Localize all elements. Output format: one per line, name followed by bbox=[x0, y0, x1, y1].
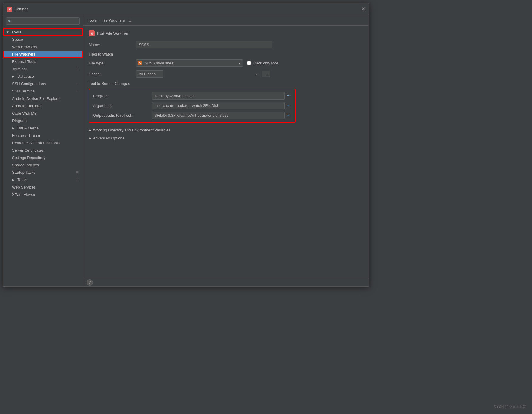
detail-pane: Tools › File Watchers ☰ ⚙ Edit File Watc… bbox=[83, 15, 369, 286]
scope-label: Scope: bbox=[89, 72, 136, 76]
main-content: ▼ Tools Space Web Browsers File Watchers… bbox=[3, 15, 369, 286]
sidebar-item-space[interactable]: Space bbox=[3, 36, 83, 43]
add-output-button[interactable]: + bbox=[285, 112, 291, 118]
file-type-select-container: Sc SCSS style sheet ▼ bbox=[136, 59, 243, 67]
sidebar-item-file-watchers[interactable]: File Watchers ☰ bbox=[3, 51, 83, 58]
sidebar-item-features-trainer[interactable]: Features Trainer bbox=[3, 132, 83, 139]
name-label: Name: bbox=[89, 43, 136, 47]
terminal-icon: ☰ bbox=[76, 67, 79, 71]
output-paths-row: Output paths to refresh: + bbox=[93, 112, 291, 119]
sidebar-item-server-certificates[interactable]: Server Certificates bbox=[3, 147, 83, 154]
ssh-terminal-icon: ☰ bbox=[76, 90, 79, 93]
arguments-row: Arguments: + bbox=[93, 102, 291, 109]
triangle-right-icon: ▶ bbox=[89, 137, 91, 140]
files-to-watch-title: Files to Watch bbox=[89, 52, 363, 56]
advanced-options-label: Advanced Options bbox=[93, 136, 124, 140]
name-row: Name: bbox=[89, 41, 363, 48]
sidebar-item-tools[interactable]: ▼ Tools bbox=[3, 28, 83, 36]
sidebar-item-label: Diff & Merge bbox=[17, 126, 39, 130]
sidebar-item-label: Android Device File Explorer bbox=[12, 96, 61, 101]
program-label: Program: bbox=[93, 94, 152, 98]
file-type-label: File type: bbox=[89, 61, 136, 65]
sidebar-item-label: SSH Configurations bbox=[12, 82, 46, 86]
sidebar-item-android-emulator[interactable]: Android Emulator bbox=[3, 102, 83, 110]
sidebar-item-label: Space bbox=[12, 37, 23, 42]
tasks-icon: ☰ bbox=[76, 178, 79, 181]
name-input[interactable] bbox=[136, 41, 272, 48]
chevron-right-icon: ▶ bbox=[12, 75, 16, 78]
sidebar-item-web-services[interactable]: Web Services bbox=[3, 184, 83, 191]
sidebar-item-label: Settings Repository bbox=[12, 155, 45, 160]
edit-file-watcher-title: Edit File Watcher bbox=[97, 31, 128, 36]
sidebar-item-label: Tools bbox=[12, 30, 22, 34]
scope-row-content: All Places ▼ ... bbox=[136, 70, 278, 78]
arguments-input[interactable] bbox=[152, 102, 285, 109]
sidebar-item-diff-merge[interactable]: ▶ Diff & Merge bbox=[3, 124, 83, 132]
sidebar-item-ssh-terminal[interactable]: SSH Terminal ☰ bbox=[3, 87, 83, 95]
sidebar-item-label: Database bbox=[17, 74, 34, 79]
startup-tasks-icon: ☰ bbox=[76, 171, 79, 174]
sidebar-item-android-device-file-explorer[interactable]: Android Device File Explorer bbox=[3, 95, 83, 102]
sidebar-item-database[interactable]: ▶ Database bbox=[3, 73, 83, 80]
output-paths-input[interactable] bbox=[152, 112, 285, 119]
add-program-button[interactable]: + bbox=[285, 93, 291, 99]
sidebar-item-terminal[interactable]: Terminal ☰ bbox=[3, 65, 83, 73]
program-input[interactable] bbox=[152, 92, 285, 100]
breadcrumb-file-watchers: File Watchers bbox=[102, 18, 125, 22]
sidebar-item-settings-repository[interactable]: Settings Repository bbox=[3, 154, 83, 161]
sidebar-item-label: Web Browsers bbox=[12, 45, 37, 49]
breadcrumb: Tools › File Watchers ☰ bbox=[83, 15, 369, 26]
scope-select-wrap: All Places ▼ bbox=[136, 70, 260, 78]
track-only-root-wrapper: Track only root bbox=[247, 61, 278, 65]
arguments-label: Arguments: bbox=[93, 103, 152, 108]
file-type-select[interactable]: SCSS style sheet bbox=[136, 59, 243, 67]
breadcrumb-tools: Tools bbox=[88, 18, 97, 22]
sidebar-item-label: Server Certificates bbox=[12, 148, 44, 152]
scss-icon: Sc bbox=[138, 61, 142, 65]
sidebar-item-external-tools[interactable]: External Tools bbox=[3, 58, 83, 65]
sidebar-item-xpath-viewer[interactable]: XPath Viewer bbox=[3, 191, 83, 198]
sidebar-list: ▼ Tools Space Web Browsers File Watchers… bbox=[3, 27, 83, 286]
sidebar-item-label: External Tools bbox=[12, 59, 36, 64]
tool-run-box: Program: + Arguments: + bbox=[89, 89, 296, 123]
sidebar-item-label: Code With Me bbox=[12, 111, 36, 116]
scope-ellipsis-button[interactable]: ... bbox=[262, 71, 270, 77]
sidebar-item-diagrams[interactable]: Diagrams bbox=[3, 117, 83, 124]
chevron-down-icon: ▼ bbox=[6, 30, 10, 34]
edit-file-watcher-header: ⚙ Edit File Watcher bbox=[89, 30, 363, 36]
statusbar: ? bbox=[83, 278, 369, 286]
sidebar-item-label: Tasks bbox=[17, 178, 27, 182]
settings-window: ⚙ Settings ✕ ▼ Tools Space bbox=[3, 3, 369, 287]
sidebar-item-label: Features Trainer bbox=[12, 133, 40, 138]
edit-fw-icon: ⚙ bbox=[89, 30, 95, 36]
sidebar-item-label: XPath Viewer bbox=[12, 192, 35, 197]
file-type-row: File type: Sc SCSS style sheet ▼ bbox=[89, 59, 363, 67]
help-button[interactable]: ? bbox=[87, 279, 93, 286]
sidebar-item-startup-tasks[interactable]: Startup Tasks ☰ bbox=[3, 169, 83, 176]
sidebar-item-label: Terminal bbox=[12, 67, 27, 71]
chevron-right-icon: ▶ bbox=[12, 126, 16, 130]
search-input[interactable] bbox=[6, 17, 80, 25]
sidebar-item-ssh-configurations[interactable]: SSH Configurations ☰ bbox=[3, 80, 83, 87]
sidebar-item-label: Shared Indexes bbox=[12, 163, 39, 167]
sidebar-item-remote-ssh-external-tools[interactable]: Remote SSH External Tools bbox=[3, 139, 83, 147]
file-watchers-icon: ☰ bbox=[76, 53, 79, 56]
titlebar-title: Settings bbox=[14, 7, 28, 11]
close-button[interactable]: ✕ bbox=[361, 6, 365, 12]
add-arguments-button[interactable]: + bbox=[285, 103, 291, 109]
working-directory-row[interactable]: ▶ Working Directory and Environment Vari… bbox=[89, 126, 363, 134]
sidebar-item-code-with-me[interactable]: Code With Me bbox=[3, 110, 83, 117]
advanced-options-row[interactable]: ▶ Advanced Options bbox=[89, 134, 363, 142]
sidebar-item-shared-indexes[interactable]: Shared Indexes bbox=[3, 161, 83, 169]
sidebar: ▼ Tools Space Web Browsers File Watchers… bbox=[3, 15, 83, 286]
chevron-right-icon: ▶ bbox=[12, 178, 16, 181]
scope-select[interactable]: All Places bbox=[136, 70, 163, 78]
track-only-root-label: Track only root bbox=[253, 61, 278, 65]
sidebar-item-tasks[interactable]: ▶ Tasks ☰ bbox=[3, 176, 83, 184]
search-box bbox=[3, 15, 83, 27]
track-only-root-checkbox[interactable] bbox=[247, 61, 251, 65]
triangle-right-icon: ▶ bbox=[89, 129, 91, 132]
sidebar-item-label: Startup Tasks bbox=[12, 170, 35, 175]
tool-to-run-section: Tool to Run on Changes Program: + bbox=[89, 81, 363, 123]
sidebar-item-web-browsers[interactable]: Web Browsers bbox=[3, 43, 83, 51]
